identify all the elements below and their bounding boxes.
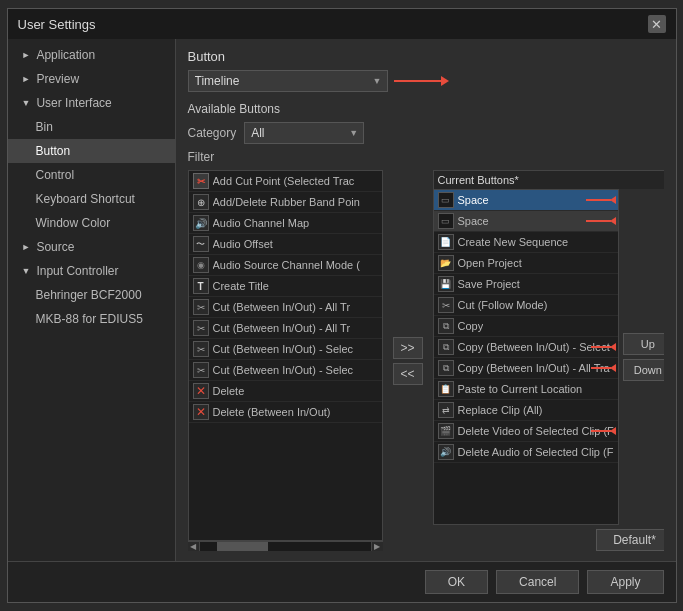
sidebar-item-mkb88[interactable]: MKB-88 for EDIUS5 [8,307,175,331]
item-label: Replace Clip (All) [458,404,543,416]
dialog-body: ► Application ► Preview ▼ User Interface… [8,39,676,561]
sidebar-item-label: Behringer BCF2000 [36,288,142,302]
list-item[interactable]: ◉ Audio Source Channel Mode ( [189,255,382,276]
dropdown-row: Timeline [188,70,664,92]
list-item[interactable]: 〜 Audio Offset [189,234,382,255]
sidebar-item-label: Button [36,144,71,158]
sidebar-item-label: Preview [36,72,79,86]
arrow-icon: ► [22,74,31,84]
list-item[interactable]: ✂ Cut (Between In/Out) - Selec [189,360,382,381]
save-icon: 💾 [438,276,454,292]
current-buttons-area: ▭ Space ▭ Space [433,189,664,525]
item-label: Delete Audio of Selected Clip (F [458,446,614,458]
sidebar-item-control[interactable]: Control [8,163,175,187]
list-item[interactable]: ⧉ Copy [434,316,618,337]
user-settings-dialog: User Settings ✕ ► Application ► Preview … [7,8,677,603]
up-button[interactable]: Up [623,333,664,355]
list-item[interactable]: ▭ Space [434,211,618,232]
sidebar-item-label: Bin [36,120,53,134]
sidebar-item-label: Application [36,48,95,62]
new-seq-icon: 📄 [438,234,454,250]
list-item[interactable]: ✂ Cut (Between In/Out) - Selec [189,339,382,360]
current-buttons-label: Current Buttons* [438,174,519,186]
sidebar-item-application[interactable]: ► Application [8,43,175,67]
list-item[interactable]: ✕ Delete [189,381,382,402]
del-audio-icon: 🔊 [438,444,454,460]
sidebar-item-window-color[interactable]: Window Color [8,211,175,235]
delete-icon: ✕ [193,383,209,399]
remove-button[interactable]: << [393,363,423,385]
list-item[interactable]: 🔊 Delete Audio of Selected Clip (F [434,442,618,463]
list-item[interactable]: ✕ Delete (Between In/Out) [189,402,382,423]
copy-all-icon: ⧉ [438,360,454,376]
sidebar-item-bin[interactable]: Bin [8,115,175,139]
category-dropdown[interactable]: All [244,122,364,144]
item-label: Cut (Between In/Out) - All Tr [213,301,351,313]
list-item[interactable]: 💾 Save Project [434,274,618,295]
lists-area: ✂ Add Cut Point (Selected Trac ⊕ Add/Del… [188,170,664,551]
sidebar-item-label: MKB-88 for EDIUS5 [36,312,143,326]
arrow-icon: ► [22,50,31,60]
down-button[interactable]: Down [623,359,664,381]
horiz-scrollbar[interactable]: ◀ ▶ [188,541,383,551]
list-item[interactable]: ▭ Space [434,190,618,211]
list-item[interactable]: ✂ Cut (Between In/Out) - All Tr [189,297,382,318]
scroll-right-btn[interactable]: ▶ [371,542,383,551]
list-item[interactable]: T Create Title [189,276,382,297]
audio2-icon: ◉ [193,257,209,273]
cancel-button[interactable]: Cancel [496,570,579,594]
sidebar-item-user-interface[interactable]: ▼ User Interface [8,91,175,115]
t-icon: T [193,278,209,294]
sidebar-item-label: Source [36,240,74,254]
item-label: Audio Channel Map [213,217,310,229]
item-label: Cut (Between In/Out) - Selec [213,343,354,355]
sidebar-item-source[interactable]: ► Source [8,235,175,259]
ok-button[interactable]: OK [425,570,488,594]
add-button[interactable]: >> [393,337,423,359]
paste-icon: 📋 [438,381,454,397]
middle-buttons: >> << [389,170,427,551]
sidebar-item-button[interactable]: Button [8,139,175,163]
cut-f-icon: ✂ [438,297,454,313]
sidebar-item-label: Control [36,168,75,182]
current-buttons-wrapper: Current Buttons* ▭ Space [433,170,664,551]
sidebar-item-keyboard-shortcut[interactable]: Keyboard Shortcut [8,187,175,211]
red-arrow-right2 [586,217,616,225]
item-label: Paste to Current Location [458,383,583,395]
apply-button[interactable]: Apply [587,570,663,594]
sidebar-item-behringer[interactable]: Behringer BCF2000 [8,283,175,307]
sidebar-item-preview[interactable]: ► Preview [8,67,175,91]
scroll-track [200,542,371,551]
sidebar-item-input-controller[interactable]: ▼ Input Controller [8,259,175,283]
current-buttons-header: Current Buttons* [433,170,664,189]
list-item[interactable]: ⧉ Copy (Between In/Out) - All Tra [434,358,618,379]
list-item[interactable]: 🔊 Audio Channel Map [189,213,382,234]
list-item[interactable]: 📂 Open Project [434,253,618,274]
list-item[interactable]: ✂ Cut (Follow Mode) [434,295,618,316]
space-icon: ▭ [438,192,454,208]
list-item[interactable]: 📋 Paste to Current Location [434,379,618,400]
item-label: Cut (Follow Mode) [458,299,548,311]
list-item[interactable]: ✂ Cut (Between In/Out) - All Tr [189,318,382,339]
scroll-left-btn[interactable]: ◀ [188,542,200,551]
item-label: Save Project [458,278,520,290]
list-item[interactable]: ⊕ Add/Delete Rubber Band Poin [189,192,382,213]
list-item[interactable]: 📄 Create New Sequence [434,232,618,253]
scroll-thumb [217,542,268,551]
section-label: Button [188,49,664,64]
copy-icon: ⧉ [438,318,454,334]
main-content: Button Timeline Available Buttons Catego [176,39,676,561]
item-label: Audio Offset [213,238,273,250]
list-item[interactable]: ⧉ Copy (Between In/Out) - Select [434,337,618,358]
available-buttons-list[interactable]: ✂ Add Cut Point (Selected Trac ⊕ Add/Del… [188,170,383,541]
timeline-dropdown[interactable]: Timeline [188,70,388,92]
list-item[interactable]: 🎬 Delete Video of Selected Clip (F [434,421,618,442]
sidebar-item-label: User Interface [36,96,111,110]
item-label: Space [458,215,489,227]
red-arrow-indicator [394,73,454,89]
list-item[interactable]: ✂ Add Cut Point (Selected Trac [189,171,382,192]
default-button[interactable]: Default* [596,529,663,551]
close-button[interactable]: ✕ [648,15,666,33]
list-item[interactable]: ⇄ Replace Clip (All) [434,400,618,421]
current-buttons-list[interactable]: ▭ Space ▭ Space [433,189,619,525]
